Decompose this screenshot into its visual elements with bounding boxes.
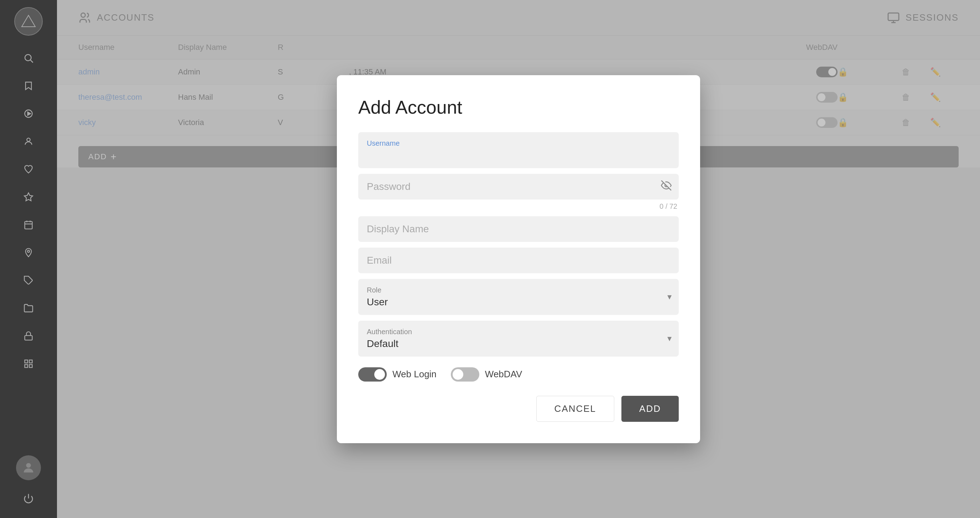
password-field[interactable] [358,174,679,199]
svg-rect-15 [29,360,32,363]
user-icon[interactable] [16,129,41,154]
add-button[interactable]: ADD [621,396,679,422]
password-counter: 0 / 72 [358,202,679,210]
svg-point-11 [27,250,30,253]
auth-select[interactable]: Authentication Default ▾ [358,320,679,357]
user-avatar[interactable] [16,455,41,480]
web-login-toggle[interactable] [358,367,387,381]
modal-title: Add Account [358,97,679,118]
svg-marker-6 [24,193,32,201]
password-input[interactable] [367,181,670,192]
svg-marker-4 [28,112,30,115]
power-icon[interactable] [16,486,41,511]
folder-icon[interactable] [16,296,41,320]
grid-icon[interactable] [16,351,41,376]
heart-icon[interactable] [16,157,41,182]
calendar-icon[interactable] [16,212,41,237]
role-chevron-icon: ▾ [667,292,671,302]
username-field[interactable]: Username [358,132,679,168]
svg-rect-13 [25,336,32,340]
svg-point-5 [27,138,30,142]
add-account-modal: Add Account Username 0 / 72 [337,75,700,443]
auth-label: Authentication [367,328,670,336]
svg-rect-16 [25,365,28,367]
main-content: ACCOUNTS SESSIONS Username Display Name … [57,0,980,518]
email-input[interactable] [367,255,670,266]
bookmark-icon[interactable] [16,73,41,98]
toggles-row: Web Login WebDAV [358,367,679,381]
web-login-toggle-item: Web Login [358,367,437,381]
app-logo[interactable] [14,7,43,36]
auth-chevron-icon: ▾ [667,333,671,343]
svg-point-18 [26,463,30,468]
modal-overlay: Add Account Username 0 / 72 [57,0,980,518]
display-name-input[interactable] [367,223,670,235]
search-icon[interactable] [16,46,41,70]
display-name-field[interactable] [358,216,679,242]
username-input[interactable] [367,150,670,161]
webdav-label: WebDAV [485,369,522,380]
play-icon[interactable] [16,101,41,126]
svg-rect-17 [29,365,32,367]
username-label: Username [367,139,670,148]
password-toggle-icon[interactable] [661,180,671,193]
svg-marker-0 [22,15,35,27]
svg-rect-14 [25,360,28,363]
tag-icon[interactable] [16,268,41,293]
cancel-button[interactable]: CANCEL [536,396,614,422]
lock-icon[interactable] [16,324,41,348]
role-label: Role [367,286,670,294]
webdav-toggle-item: WebDAV [451,367,522,381]
modal-actions: CANCEL ADD [358,396,679,422]
web-login-label: Web Login [393,369,437,380]
email-field[interactable] [358,248,679,273]
auth-value: Default [367,338,398,349]
star-icon[interactable] [16,185,41,209]
role-value: User [367,296,388,308]
webdav-toggle[interactable] [451,367,479,381]
svg-point-1 [25,54,31,61]
svg-line-2 [30,60,33,63]
sidebar [0,0,57,518]
role-select[interactable]: Role User ▾ [358,279,679,315]
svg-rect-7 [25,222,32,229]
location-icon[interactable] [16,240,41,265]
